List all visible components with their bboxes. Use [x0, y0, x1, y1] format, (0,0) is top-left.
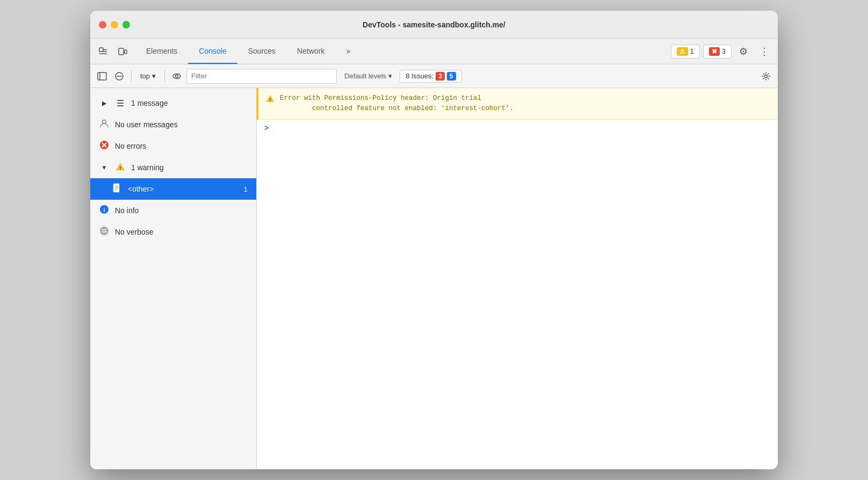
tab-bar: Elements Console Sources Network » ⚠ 1 ✖… — [90, 39, 778, 64]
sidebar-item-errors[interactable]: No errors — [90, 135, 256, 157]
warning-icon: ⚠ — [677, 47, 688, 56]
tab-console[interactable]: Console — [188, 39, 237, 64]
dropdown-arrow-icon: ▾ — [152, 72, 156, 80]
issues-label: 8 Issues: — [406, 72, 433, 80]
svg-point-28 — [105, 229, 106, 230]
divider — [131, 70, 132, 83]
filter-input[interactable] — [186, 69, 337, 84]
context-label: top — [140, 72, 150, 80]
tab-elements[interactable]: Elements — [135, 39, 188, 64]
svg-text:!: ! — [120, 165, 121, 171]
sidebar-item-warnings[interactable]: ▼ ! 1 warning — [90, 157, 256, 178]
minimize-button[interactable] — [111, 21, 118, 28]
other-file-icon — [112, 183, 122, 195]
device-toolbar-button[interactable] — [114, 43, 131, 60]
error-icon: ✖ — [709, 47, 720, 56]
verbose-label: No verbose — [115, 228, 248, 236]
devtools-window: DevTools - samesite-sandbox.glitch.me/ — [90, 11, 778, 469]
default-levels-button[interactable]: Default levels ▾ — [339, 70, 397, 82]
settings-icon[interactable]: ⚙ — [735, 43, 752, 60]
error-icon — [99, 140, 110, 152]
inspect-element-button[interactable] — [95, 43, 112, 60]
tab-more[interactable]: » — [335, 39, 361, 64]
svg-rect-5 — [125, 50, 127, 54]
sidebar-toggle-button[interactable] — [95, 69, 110, 84]
prompt-arrow-icon: > — [264, 124, 269, 133]
svg-point-11 — [176, 75, 178, 77]
info-label: No info — [115, 206, 248, 215]
console-prompt-row[interactable]: > — [257, 120, 778, 137]
context-selector[interactable]: top ▾ — [136, 70, 160, 82]
console-output: ! Error with Permissions-Policy header: … — [257, 88, 778, 469]
warning-count: 1 — [690, 47, 694, 55]
svg-point-25 — [100, 227, 108, 235]
warnings-label: 1 warning — [131, 163, 248, 172]
sidebar-item-messages[interactable]: ▶ ☰ 1 message — [90, 92, 256, 114]
console-warning-text: Error with Permissions-Policy header: Or… — [280, 93, 513, 114]
console-warning-row: ! Error with Permissions-Policy header: … — [257, 88, 778, 120]
close-button[interactable] — [99, 21, 106, 28]
other-label: <other> — [128, 185, 238, 193]
maximize-button[interactable] — [122, 21, 130, 28]
info-icon: i — [99, 205, 110, 216]
eye-icon-button[interactable] — [169, 69, 184, 84]
issues-badge[interactable]: 8 Issues: 3 5 — [400, 70, 461, 83]
error-count: 3 — [722, 47, 726, 55]
error-badge-button[interactable]: ✖ 3 — [703, 45, 732, 59]
sidebar-item-other[interactable]: <other> 1 — [90, 178, 256, 200]
warning-triangle-icon: ! — [115, 162, 126, 173]
default-levels-label: Default levels — [344, 72, 386, 80]
svg-point-27 — [104, 229, 105, 230]
svg-text:i: i — [103, 207, 105, 213]
tab-bar-tools — [95, 39, 131, 64]
user-icon — [99, 119, 110, 130]
svg-rect-4 — [119, 48, 124, 55]
svg-point-26 — [102, 229, 103, 230]
verbose-icon — [99, 226, 110, 238]
sidebar-item-verbose[interactable]: No verbose — [90, 221, 256, 243]
console-sidebar: ▶ ☰ 1 message No user messages — [90, 88, 257, 469]
messages-label: 1 message — [131, 99, 248, 107]
issues-info-count: 5 — [447, 72, 456, 81]
tab-bar-right: ⚠ 1 ✖ 3 ⚙ ⋮ — [671, 39, 773, 64]
svg-point-12 — [765, 75, 768, 77]
tab-sources[interactable]: Sources — [237, 39, 286, 64]
warning-badge-button[interactable]: ⚠ 1 — [671, 45, 700, 59]
console-warning-icon: ! — [266, 94, 274, 114]
clear-console-button[interactable] — [112, 69, 127, 84]
user-messages-label: No user messages — [115, 120, 248, 129]
sidebar-item-info[interactable]: i No info — [90, 200, 256, 221]
sidebar-item-user-messages[interactable]: No user messages — [90, 114, 256, 135]
main-content: ▶ ☰ 1 message No user messages — [90, 88, 778, 469]
main-tabs: Elements Console Sources Network » — [135, 39, 671, 64]
svg-rect-6 — [98, 72, 106, 80]
expand-arrow-icon: ▶ — [99, 100, 110, 107]
console-toolbar: top ▾ Default levels ▾ 8 Issues: 3 5 — [90, 64, 778, 88]
console-settings-button[interactable] — [758, 69, 773, 84]
window-title: DevTools - samesite-sandbox.glitch.me/ — [363, 20, 505, 29]
errors-label: No errors — [115, 142, 248, 150]
warnings-expand-icon: ▼ — [99, 164, 110, 171]
other-count: 1 — [244, 185, 248, 193]
levels-dropdown-arrow-icon: ▾ — [388, 72, 392, 80]
svg-rect-0 — [99, 48, 103, 52]
issues-error-count: 3 — [436, 72, 445, 81]
traffic-lights — [99, 21, 130, 28]
svg-text:!: ! — [269, 97, 272, 102]
more-icon[interactable]: ⋮ — [755, 43, 773, 60]
title-bar: DevTools - samesite-sandbox.glitch.me/ — [90, 11, 778, 39]
tab-network[interactable]: Network — [286, 39, 335, 64]
messages-icon: ☰ — [115, 98, 126, 108]
divider2 — [164, 70, 165, 83]
